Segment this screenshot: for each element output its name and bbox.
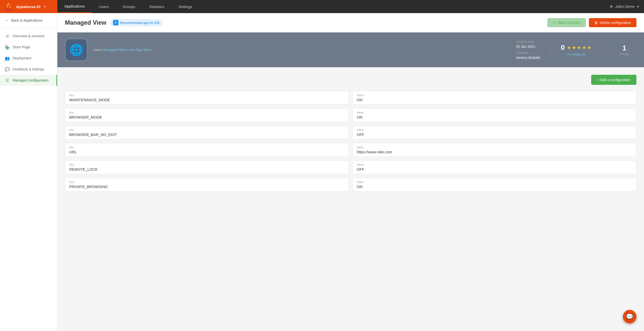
value-field-1[interactable]: Value ON (352, 108, 636, 122)
sidebar-item-deployment[interactable]: 👥 Deployment (0, 53, 57, 64)
feedback-icon: 💬 (5, 67, 10, 71)
value-field-2[interactable]: Value OFF (352, 126, 636, 139)
back-to-applications-button[interactable]: ← Back to Applications (0, 13, 57, 28)
sidebar-item-managed-label: Managed configuration (13, 78, 48, 82)
view-label: View (94, 48, 101, 52)
page-title-area: Managed View A Recommended app for iOS (65, 19, 163, 26)
no-ratings-link[interactable]: No ratings yet (567, 53, 586, 56)
value-label-5: Value (357, 180, 632, 183)
key-label-1: Key (69, 111, 345, 114)
chat-icon: 💬 (626, 313, 633, 320)
sidebar-item-overview[interactable]: ⊞ Overview & versions (0, 30, 57, 42)
value-value-1: ON (357, 115, 632, 119)
app-meta: Creation Date 25 Jan 2021 Added by Jerem… (516, 40, 636, 60)
overview-icon: ⊞ (5, 34, 10, 38)
sidebar-item-overview-label: Overview & versions (13, 34, 45, 38)
key-field-4[interactable]: Key REMOTE_LOCK (65, 160, 349, 174)
value-label-4: Value (357, 163, 632, 166)
logo-area[interactable]: Appaloosa IO ▾ (0, 0, 57, 13)
nav-users[interactable]: Users (92, 0, 116, 13)
value-value-4: OFF (357, 167, 632, 171)
header-actions: ✓ Save Changes 🗑 Delete configuration (547, 18, 636, 27)
value-value-2: OFF (357, 132, 632, 137)
creation-date-label: Creation Date (516, 40, 540, 44)
main-layout: ← Back to Applications ⊞ Overview & vers… (0, 13, 644, 331)
table-row: Key MAINTENANCE_MODE Value ON (65, 91, 636, 105)
add-configuration-button[interactable]: + Add a configuration (591, 75, 636, 85)
ratings-area: 0 ★★★★★ No ratings yet (561, 44, 592, 56)
key-value-1: BROWSER_MODE (69, 115, 345, 119)
app-banner: 🌐 View Managed View in the App Store Cre… (57, 32, 644, 67)
stars: ★★★★★ (567, 45, 592, 51)
sidebar-nav: ⊞ Overview & versions 🏪 Store Page 👥 Dep… (0, 28, 57, 88)
value-value-0: ON (357, 98, 632, 102)
sidebar-item-feedback-label: Feedback & Ratings (13, 67, 44, 71)
app-badge-text: Recommended app for iOS (120, 21, 160, 25)
ratings-count: 0 (561, 44, 565, 52)
table-row: Key BROWSER_MODE Value ON (65, 108, 636, 122)
nav-links: Applications Users Groups Statistics Set… (57, 0, 610, 13)
sidebar-item-store[interactable]: 🏪 Store Page (0, 42, 57, 53)
config-content: + Add a configuration Key MAINTENANCE_MO… (57, 67, 644, 199)
nav-groups[interactable]: Groups (116, 0, 142, 13)
user-chevron-icon: ▾ (637, 5, 639, 9)
sidebar-item-deployment-label: Deployment (13, 56, 31, 60)
save-changes-button[interactable]: ✓ Save Changes (547, 18, 586, 27)
logo-text: Appaloosa IO (16, 5, 41, 9)
key-value-4: REMOTE_LOCK (69, 167, 345, 171)
app-badge[interactable]: A Recommended app for iOS (110, 19, 163, 26)
table-row: Key URL Value https://www.nike.com (65, 143, 636, 157)
back-label: Back to Applications (11, 18, 43, 22)
user-name: Julien Demo (615, 5, 635, 9)
svg-point-0 (6, 8, 12, 11)
value-field-0[interactable]: Value ON (352, 91, 636, 105)
divider-2 (602, 44, 602, 56)
chat-bubble-button[interactable]: 💬 (623, 310, 636, 323)
managed-icon: ☰ (5, 78, 10, 83)
app-badge-icon: A (113, 20, 118, 25)
key-label-2: Key (69, 128, 345, 131)
key-field-0[interactable]: Key MAINTENANCE_MODE (65, 91, 349, 105)
checkmark-icon: ✓ (553, 21, 556, 25)
value-field-3[interactable]: Value https://www.nike.com (352, 143, 636, 157)
divider-1 (550, 44, 551, 56)
key-value-0: MAINTENANCE_MODE (69, 98, 345, 102)
logo-icon (4, 2, 14, 11)
key-label-4: Key (69, 163, 345, 166)
main-content: Managed View A Recommended app for iOS ✓… (57, 13, 644, 331)
value-field-4[interactable]: Value OFF (352, 160, 636, 174)
nav-right: Julien Demo ▾ (610, 5, 644, 9)
app-banner-info: View Managed View in the App Store (94, 48, 510, 52)
trash-icon: 🗑 (594, 21, 598, 25)
app-store-link[interactable]: Managed View in the App Store (102, 48, 152, 52)
nav-settings[interactable]: Settings (171, 0, 199, 13)
nav-statistics[interactable]: Statistics (142, 0, 171, 13)
table-row: Key REMOTE_LOCK Value OFF (65, 160, 636, 174)
value-field-5[interactable]: Value ON (352, 178, 636, 192)
app-icon-large: 🌐 (65, 39, 88, 61)
table-row: Key PRIVATE_BROWSING Value ON (65, 178, 636, 192)
status-dot (610, 5, 613, 8)
key-value-2: BROWSER_BAR_NO_EDIT (69, 132, 345, 137)
group-area: 1 Group (612, 44, 636, 56)
key-field-5[interactable]: Key PRIVATE_BROWSING (65, 178, 349, 192)
page-title: Managed View (65, 19, 106, 26)
value-label-2: Value (357, 128, 632, 131)
key-label-0: Key (69, 94, 345, 97)
group-label: Group (620, 52, 629, 56)
sidebar-item-feedback[interactable]: 💬 Feedback & Ratings (0, 64, 57, 75)
key-field-3[interactable]: Key URL (65, 143, 349, 157)
key-field-2[interactable]: Key BROWSER_BAR_NO_EDIT (65, 126, 349, 139)
sidebar-item-managed[interactable]: ☰ Managed configuration (0, 75, 57, 86)
globe-icon: 🌐 (69, 43, 83, 56)
delete-configuration-button[interactable]: 🗑 Delete configuration (589, 18, 636, 27)
key-field-1[interactable]: Key BROWSER_MODE (65, 108, 349, 122)
added-by-label: Added by (516, 51, 540, 55)
value-label-3: Value (357, 146, 632, 149)
add-config-row: + Add a configuration (65, 75, 636, 85)
key-label-3: Key (69, 146, 345, 149)
nav-applications[interactable]: Applications (57, 0, 92, 13)
value-value-5: ON (357, 185, 632, 189)
page-header: Managed View A Recommended app for iOS ✓… (57, 13, 644, 32)
value-label-0: Value (357, 94, 632, 97)
